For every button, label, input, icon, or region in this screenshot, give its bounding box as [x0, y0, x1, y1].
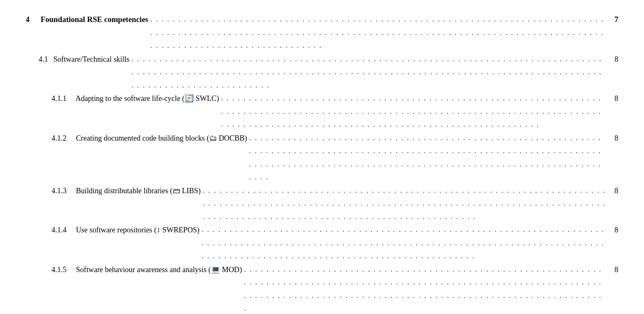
- toc-number: 4.1.3: [26, 185, 74, 198]
- toc-number: 4.1: [26, 53, 52, 67]
- toc-label: Adapting to the software life-cycle (🔄 S…: [74, 92, 219, 106]
- toc-dots: [244, 263, 606, 315]
- toc-row: 4.1 Software/Technical skills8: [26, 53, 618, 93]
- toc-label: Creating documented code building blocks…: [74, 132, 247, 145]
- toc-label: Building distributable libraries (🗃 LIBS…: [74, 185, 201, 198]
- toc-page: 8: [609, 53, 618, 67]
- toc-label: Software/Technical skills: [52, 53, 129, 67]
- toc-number: 4.1.2: [26, 132, 74, 145]
- toc-row: 4.1.3 Building distributable libraries (…: [26, 185, 618, 224]
- toc-page: 7: [609, 13, 618, 27]
- toc-page: 8: [609, 92, 618, 106]
- toc-row: 4 Foundational RSE competencies7: [26, 13, 618, 53]
- toc-row: 4.1.1 Adapting to the software life-cycl…: [26, 92, 618, 132]
- toc-row: 4.1.5 Software behaviour awareness and a…: [26, 264, 618, 315]
- toc-label: Software behaviour awareness and analysi…: [74, 264, 242, 277]
- toc-dots: [203, 184, 606, 224]
- toc-page: 8: [609, 264, 618, 277]
- toc-page: 8: [609, 185, 618, 198]
- toc-page: 8: [609, 224, 618, 237]
- toc-dots: [131, 53, 606, 92]
- toc-dots: [202, 223, 606, 263]
- toc-dots: [249, 132, 606, 184]
- toc-number: 4.1.5: [26, 264, 74, 277]
- toc-container: 4 Foundational RSE competencies74.1 Soft…: [26, 13, 618, 314]
- toc-dots: [150, 13, 606, 53]
- toc-number: 4: [26, 13, 39, 27]
- toc-number: 4.1.4: [26, 224, 74, 237]
- toc-label: Use software repositories (↕ SWREPOS): [74, 224, 200, 237]
- toc-label: Foundational RSE competencies: [39, 13, 148, 26]
- toc-page: 8: [609, 132, 618, 145]
- toc-row: 4.1.4 Use software repositories (↕ SWREP…: [26, 224, 618, 264]
- toc-number: 4.1.1: [26, 92, 74, 106]
- toc-row: 4.1.2 Creating documented code building …: [26, 132, 618, 185]
- toc-dots: [221, 92, 606, 132]
